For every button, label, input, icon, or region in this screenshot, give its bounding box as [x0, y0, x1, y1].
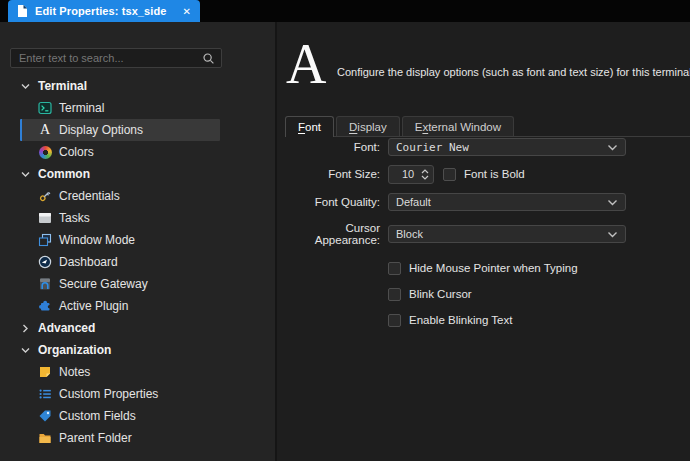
font-row: Font: Courier New — [285, 138, 682, 156]
parent-folder-icon — [38, 431, 52, 445]
chevron-down-icon — [20, 81, 31, 92]
window-tab-title: Edit Properties: tsx_side — [35, 5, 167, 17]
credentials-icon — [38, 189, 52, 203]
hide-mouse-pointer-label: Hide Mouse Pointer when Typing — [409, 262, 578, 274]
custom-fields-icon — [38, 409, 52, 423]
font-select[interactable]: Courier New — [388, 138, 626, 156]
chevron-down-icon — [607, 199, 618, 206]
tree-item-custom-properties[interactable]: Custom Properties — [0, 383, 275, 405]
cursor-appearance-label: Cursor Appearance: — [285, 222, 380, 246]
window-tab-bar: Edit Properties: tsx_side ✕ — [0, 0, 690, 22]
font-is-bold-checkbox[interactable] — [443, 168, 456, 181]
tree-item-display-options[interactable]: A Display Options — [0, 119, 275, 141]
font-label: Font: — [285, 141, 380, 153]
cursor-appearance-value: Block — [396, 228, 607, 240]
tree-group-terminal[interactable]: Terminal — [0, 75, 275, 97]
tree-item-parent-folder[interactable]: Parent Folder — [0, 427, 275, 449]
tree-item-custom-fields[interactable]: Custom Fields — [0, 405, 275, 427]
font-select-value: Courier New — [396, 141, 607, 154]
tree-item-label: Parent Folder — [59, 431, 132, 445]
tab-external-window[interactable]: External Window — [402, 116, 514, 136]
tree-group-common[interactable]: Common — [0, 163, 275, 185]
tree-item-label: Colors — [59, 145, 94, 159]
tree-item-label: Notes — [59, 365, 90, 379]
spinner-up-icon[interactable] — [421, 169, 429, 174]
tree-item-dashboard[interactable]: Dashboard — [0, 251, 275, 273]
page-description: Configure the display options (such as f… — [337, 66, 690, 78]
hide-mouse-pointer-checkbox[interactable] — [388, 262, 401, 275]
display-options-page-icon: A — [286, 36, 326, 92]
font-quality-select[interactable]: Default — [388, 193, 626, 211]
tab-display[interactable]: Display — [336, 116, 400, 136]
chevron-down-icon — [607, 144, 618, 151]
font-quality-label: Font Quality: — [285, 196, 380, 208]
tree-item-label: Terminal — [59, 101, 104, 115]
font-size-value: 10 — [395, 168, 421, 180]
blink-cursor-checkbox[interactable] — [388, 288, 401, 301]
enable-blinking-text-label: Enable Blinking Text — [409, 314, 512, 326]
spinner-down-icon[interactable] — [421, 175, 429, 180]
blink-cursor-label: Blink Cursor — [409, 288, 472, 300]
document-tab[interactable]: Edit Properties: tsx_side ✕ — [8, 0, 200, 22]
tree-group-label: Advanced — [38, 321, 95, 335]
tree-group-organization[interactable]: Organization — [0, 339, 275, 361]
font-tab-panel: Font: Courier New Font Size: 10 — [285, 138, 682, 329]
tree-item-colors[interactable]: Colors — [0, 141, 275, 163]
edit-properties-window: Edit Properties: tsx_side ✕ Terminal Ter… — [0, 0, 690, 461]
tree-item-active-plugin[interactable]: Active Plugin — [0, 295, 275, 317]
tree-item-credentials[interactable]: Credentials — [0, 185, 275, 207]
hide-mouse-pointer-row: Hide Mouse Pointer when Typing — [285, 259, 682, 277]
tree-item-label: Credentials — [59, 189, 120, 203]
close-icon[interactable]: ✕ — [183, 6, 191, 17]
tasks-icon — [38, 211, 52, 225]
settings-sidebar: Terminal Terminal A Display Options Colo… — [0, 22, 277, 461]
tree-item-label: Secure Gateway — [59, 277, 148, 291]
window-mode-icon — [38, 233, 52, 247]
display-options-page: A Configure the display options (such as… — [279, 22, 690, 461]
search-box — [10, 48, 222, 68]
display-options-tabstrip: Font Display External Window — [285, 117, 690, 137]
tab-font[interactable]: Font — [285, 116, 334, 137]
chevron-right-icon — [20, 323, 31, 334]
chevron-down-icon — [20, 169, 31, 180]
chevron-down-icon — [20, 345, 31, 356]
cursor-appearance-row: Cursor Appearance: Block — [285, 222, 682, 246]
secure-gateway-icon — [38, 277, 52, 291]
tree-item-window-mode[interactable]: Window Mode — [0, 229, 275, 251]
font-quality-row: Font Quality: Default — [285, 193, 682, 211]
font-is-bold-label: Font is Bold — [464, 168, 525, 180]
search-input[interactable] — [11, 52, 201, 64]
search-icon[interactable] — [201, 51, 215, 65]
dashboard-icon — [38, 255, 52, 269]
tree-item-label: Active Plugin — [59, 299, 128, 313]
notes-icon — [38, 365, 52, 379]
tree-item-label: Dashboard — [59, 255, 118, 269]
enable-blinking-text-checkbox[interactable] — [388, 314, 401, 327]
tree-group-label: Terminal — [38, 79, 87, 93]
chevron-down-icon — [607, 231, 618, 238]
settings-tree: Terminal Terminal A Display Options Colo… — [0, 75, 275, 449]
font-size-row: Font Size: 10 Font is Bold — [285, 164, 682, 184]
tree-item-label: Display Options — [59, 123, 143, 137]
terminal-icon — [38, 101, 52, 115]
font-quality-value: Default — [396, 196, 607, 208]
tree-item-secure-gateway[interactable]: Secure Gateway — [0, 273, 275, 295]
cursor-appearance-select[interactable]: Block — [388, 225, 626, 243]
tree-item-notes[interactable]: Notes — [0, 361, 275, 383]
tree-item-label: Window Mode — [59, 233, 135, 247]
active-plugin-icon — [38, 299, 52, 313]
tree-item-label: Custom Fields — [59, 409, 136, 423]
colors-icon — [38, 145, 52, 159]
document-icon — [15, 4, 29, 18]
enable-blinking-text-row: Enable Blinking Text — [285, 311, 682, 329]
font-size-label: Font Size: — [285, 168, 380, 180]
font-size-spinner[interactable]: 10 — [388, 165, 434, 184]
tree-group-label: Common — [38, 167, 90, 181]
tree-item-tasks[interactable]: Tasks — [0, 207, 275, 229]
tree-item-terminal[interactable]: Terminal — [0, 97, 275, 119]
spinner-arrows[interactable] — [421, 169, 429, 180]
custom-properties-icon — [38, 387, 52, 401]
blink-cursor-row: Blink Cursor — [285, 285, 682, 303]
tree-group-advanced[interactable]: Advanced — [0, 317, 275, 339]
tree-item-label: Custom Properties — [59, 387, 158, 401]
